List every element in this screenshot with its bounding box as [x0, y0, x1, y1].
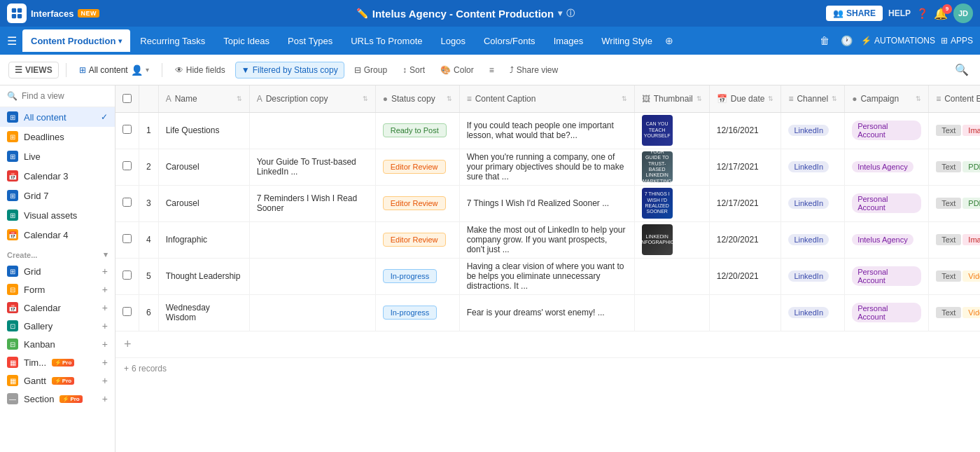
- group-button[interactable]: ⊟ Group: [349, 62, 393, 78]
- row-status[interactable]: In-progress: [375, 294, 459, 331]
- row-channel[interactable]: LinkedIn: [781, 112, 845, 149]
- caption-sort-icon[interactable]: ⇅: [622, 95, 627, 102]
- sidebar-create-gantt[interactable]: ▦ Gantt ⚡Pro +: [0, 371, 115, 390]
- nav-tab-recurring-tasks[interactable]: Recurring Tasks: [132, 29, 214, 52]
- sidebar-item-all-content[interactable]: ⊞ All content ✓: [0, 107, 115, 127]
- trash-icon[interactable]: 🗑: [817, 32, 832, 49]
- row-name[interactable]: Thought Leadership: [158, 258, 249, 294]
- title-caret-icon[interactable]: ▾: [558, 8, 562, 18]
- row-name[interactable]: Life Questions: [158, 112, 249, 149]
- row-campaign[interactable]: Personal Account: [845, 112, 929, 149]
- name-sort-icon[interactable]: ⇅: [237, 95, 242, 102]
- row-due-date[interactable]: 12/20/2021: [709, 258, 781, 294]
- sidebar-item-visual-assets[interactable]: ⊞ Visual assets: [0, 205, 115, 225]
- row-channel[interactable]: LinkedIn: [781, 294, 845, 331]
- row-checkbox[interactable]: [122, 125, 132, 134]
- header-caption[interactable]: ≡ Content Caption ⇅: [459, 85, 634, 112]
- history-icon[interactable]: 🕐: [838, 32, 855, 49]
- row-status[interactable]: Editor Review: [375, 149, 459, 185]
- sidebar-create-kanban[interactable]: ⊟ Kanban +: [0, 335, 115, 353]
- title-info-icon[interactable]: ⓘ: [566, 8, 575, 20]
- row-caption[interactable]: 7 Things I Wish I'd Realized Sooner ...: [459, 185, 634, 221]
- sidebar-item-calendar-3[interactable]: 📅 Calendar 3: [0, 166, 115, 186]
- row-caption[interactable]: When you're running a company, one of yo…: [459, 149, 634, 185]
- row-caption[interactable]: If you could teach people one important …: [459, 112, 634, 149]
- header-description[interactable]: A Description copy ⇅: [249, 85, 375, 112]
- row-checkbox[interactable]: [122, 270, 132, 280]
- add-grid-icon[interactable]: +: [102, 266, 108, 277]
- add-kanban-icon[interactable]: +: [102, 338, 108, 350]
- all-content-button[interactable]: ⊞ All content 👤 ▾: [74, 62, 155, 78]
- nav-tab-writing-style[interactable]: Writing Style: [593, 29, 661, 52]
- row-channel[interactable]: LinkedIn: [781, 221, 845, 258]
- nav-tab-topic-ideas[interactable]: Topic Ideas: [215, 29, 278, 52]
- sidebar-create-timeline[interactable]: ▦ Tim... ⚡Pro +: [0, 353, 115, 371]
- sidebar-item-live[interactable]: ⊞ Live: [0, 146, 115, 166]
- row-checkbox[interactable]: [122, 307, 132, 316]
- thumb-sort-icon[interactable]: ⇅: [696, 95, 702, 102]
- user-avatar[interactable]: JD: [953, 4, 973, 23]
- header-due-date[interactable]: 📅 Due date ⇅: [709, 85, 781, 112]
- add-tab-icon[interactable]: ⊕: [662, 32, 676, 49]
- row-campaign[interactable]: Personal Account: [845, 185, 929, 221]
- row-channel[interactable]: LinkedIn: [781, 149, 845, 185]
- header-campaign[interactable]: ● Campaign ⇅: [845, 85, 929, 112]
- row-checkbox[interactable]: [122, 161, 132, 170]
- hamburger-icon[interactable]: ☰: [7, 34, 17, 48]
- nav-tab-post-types[interactable]: Post Types: [279, 29, 341, 52]
- row-name[interactable]: Wednesday Wisdom: [158, 294, 249, 331]
- help-question-icon[interactable]: ❓: [916, 8, 928, 19]
- row-caption[interactable]: Fear is your dreams' worst enemy! ...: [459, 294, 634, 331]
- add-section-icon[interactable]: +: [102, 393, 108, 404]
- header-name[interactable]: A Name ⇅: [158, 85, 249, 112]
- share-view-button[interactable]: ⤴ Share view: [504, 62, 564, 78]
- row-caption[interactable]: Having a clear vision of where you want …: [459, 258, 634, 294]
- row-content-elements[interactable]: TextImage: [929, 112, 980, 149]
- nav-tab-colors-fonts[interactable]: Colors/Fonts: [475, 29, 544, 52]
- row-campaign[interactable]: Intelus Agency: [845, 221, 929, 258]
- row-due-date[interactable]: [709, 294, 781, 331]
- notifications-button[interactable]: 🔔 9: [934, 7, 948, 20]
- row-due-date[interactable]: 12/20/2021: [709, 221, 781, 258]
- sort-button[interactable]: ↕ Sort: [397, 62, 430, 78]
- row-name[interactable]: Carousel: [158, 149, 249, 185]
- row-content-elements[interactable]: TextImage: [929, 221, 980, 258]
- header-status[interactable]: ● Status copy ⇅: [375, 85, 459, 112]
- share-button[interactable]: 👥 SHARE: [826, 6, 883, 21]
- add-gantt-icon[interactable]: +: [102, 375, 108, 386]
- row-status[interactable]: Ready to Post: [375, 112, 459, 149]
- sidebar-item-deadlines[interactable]: ⊞ Deadlines: [0, 127, 115, 146]
- create-section[interactable]: Create... ▾: [0, 245, 115, 262]
- workspace-tab[interactable]: Content Production ▾: [22, 29, 130, 52]
- find-view-input[interactable]: [22, 91, 108, 101]
- automations-button[interactable]: ⚡ AUTOMATIONS: [861, 36, 935, 46]
- channel-sort-icon[interactable]: ⇅: [832, 95, 837, 102]
- row-description[interactable]: 7 Reminders I Wish I Read Sooner: [249, 185, 375, 221]
- row-description[interactable]: Your Guide To Trust-based LinkedIn ...: [249, 149, 375, 185]
- add-record-icon[interactable]: +: [124, 364, 129, 374]
- sidebar-item-grid-7[interactable]: ⊞ Grid 7: [0, 186, 115, 205]
- row-checkbox[interactable]: [122, 234, 132, 243]
- search-button[interactable]: 🔍: [952, 60, 972, 79]
- add-form-icon[interactable]: +: [102, 284, 108, 295]
- row-description[interactable]: [249, 294, 375, 331]
- color-button[interactable]: 🎨 Color: [435, 62, 479, 78]
- row-content-elements[interactable]: TextPDF: [929, 185, 980, 221]
- nav-tab-urls[interactable]: URLs To Promote: [342, 29, 430, 52]
- row-name[interactable]: Infographic: [158, 221, 249, 258]
- sidebar-create-form[interactable]: ⊟ Form +: [0, 280, 115, 299]
- sidebar-create-calendar[interactable]: 📅 Calendar +: [0, 299, 115, 317]
- app-title-text[interactable]: Intelus Agency - Content Production: [372, 8, 554, 20]
- due-sort-icon[interactable]: ⇅: [768, 95, 774, 102]
- desc-sort-icon[interactable]: ⇅: [363, 95, 368, 102]
- add-row-button[interactable]: +: [115, 331, 980, 357]
- views-button[interactable]: ☰ VIEWS: [8, 62, 59, 78]
- nav-tab-logos[interactable]: Logos: [433, 29, 474, 52]
- row-checkbox[interactable]: [122, 198, 132, 207]
- row-description[interactable]: [249, 221, 375, 258]
- row-description[interactable]: [249, 112, 375, 149]
- header-content-elem[interactable]: ≡ Content Eleme ⇅: [929, 85, 980, 112]
- sidebar-create-gallery[interactable]: ⊡ Gallery +: [0, 317, 115, 335]
- row-campaign[interactable]: Personal Account: [845, 294, 929, 331]
- filter-button[interactable]: ▼ Filtered by Status copy: [235, 62, 344, 78]
